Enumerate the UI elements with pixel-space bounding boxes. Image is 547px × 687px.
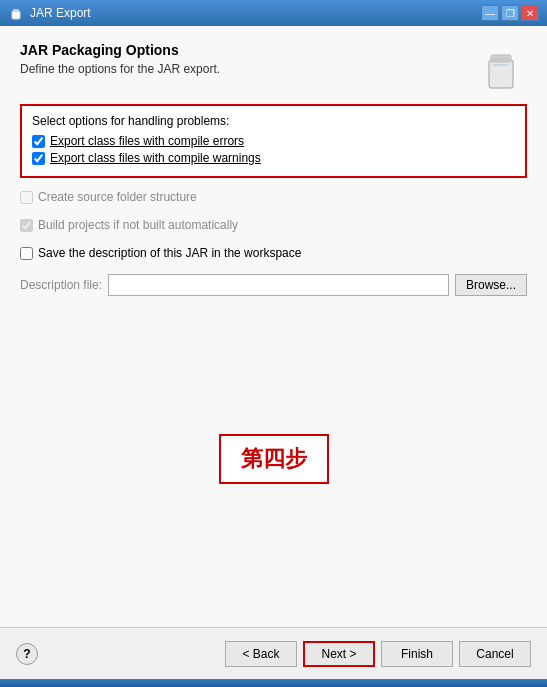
close-button[interactable]: ✕ (521, 5, 539, 21)
svg-rect-1 (13, 9, 19, 12)
cancel-button[interactable]: Cancel (459, 641, 531, 667)
nav-buttons: < Back Next > Finish Cancel (225, 641, 531, 667)
options-box: Select options for handling problems: Ex… (20, 104, 527, 178)
svg-rect-0 (12, 11, 20, 19)
source-folder-label: Create source folder structure (38, 190, 197, 204)
page-subtitle: Define the options for the JAR export. (20, 62, 465, 76)
compile-warnings-checkbox[interactable] (32, 152, 45, 165)
svg-point-4 (491, 58, 511, 62)
source-folder-checkbox[interactable] (20, 191, 33, 204)
build-projects-label: Build projects if not built automaticall… (38, 218, 238, 232)
main-content: JAR Packaging Options Define the options… (0, 26, 547, 627)
description-file-row: Description file: Browse... (20, 274, 527, 296)
header-section: JAR Packaging Options Define the options… (20, 42, 527, 94)
description-file-label: Description file: (20, 278, 102, 292)
back-button[interactable]: < Back (225, 641, 297, 667)
window-controls: — ❐ ✕ (481, 5, 539, 21)
checkbox-compile-warnings: Export class files with compile warnings (32, 151, 515, 165)
browse-button[interactable]: Browse... (455, 274, 527, 296)
annotation-box: 第四步 (219, 434, 329, 484)
page-title: JAR Packaging Options (20, 42, 465, 58)
source-folder-option: Create source folder structure (20, 188, 527, 206)
annotation-area: 第四步 (20, 306, 527, 611)
help-button[interactable]: ? (16, 643, 38, 665)
compile-errors-label: Export class files with compile errors (50, 134, 244, 148)
save-description-option: Save the description of this JAR in the … (20, 244, 527, 262)
jar-icon (475, 42, 527, 94)
svg-rect-5 (493, 64, 509, 66)
annotation-text: 第四步 (241, 446, 307, 471)
finish-button[interactable]: Finish (381, 641, 453, 667)
header-text: JAR Packaging Options Define the options… (20, 42, 465, 76)
title-bar: JAR Export — ❐ ✕ (0, 0, 547, 26)
save-description-checkbox[interactable] (20, 247, 33, 260)
window-title: JAR Export (30, 6, 91, 20)
compile-warnings-label: Export class files with compile warnings (50, 151, 261, 165)
save-description-label: Save the description of this JAR in the … (38, 246, 301, 260)
bottom-bar: ? < Back Next > Finish Cancel (0, 627, 547, 679)
jar-title-icon (8, 5, 24, 21)
next-button[interactable]: Next > (303, 641, 375, 667)
description-file-input[interactable] (108, 274, 449, 296)
minimize-button[interactable]: — (481, 5, 499, 21)
build-projects-checkbox[interactable] (20, 219, 33, 232)
build-projects-option: Build projects if not built automaticall… (20, 216, 527, 234)
compile-errors-checkbox[interactable] (32, 135, 45, 148)
options-box-title: Select options for handling problems: (32, 114, 515, 128)
taskbar-strip (0, 679, 547, 687)
checkbox-compile-errors: Export class files with compile errors (32, 134, 515, 148)
restore-button[interactable]: ❐ (501, 5, 519, 21)
